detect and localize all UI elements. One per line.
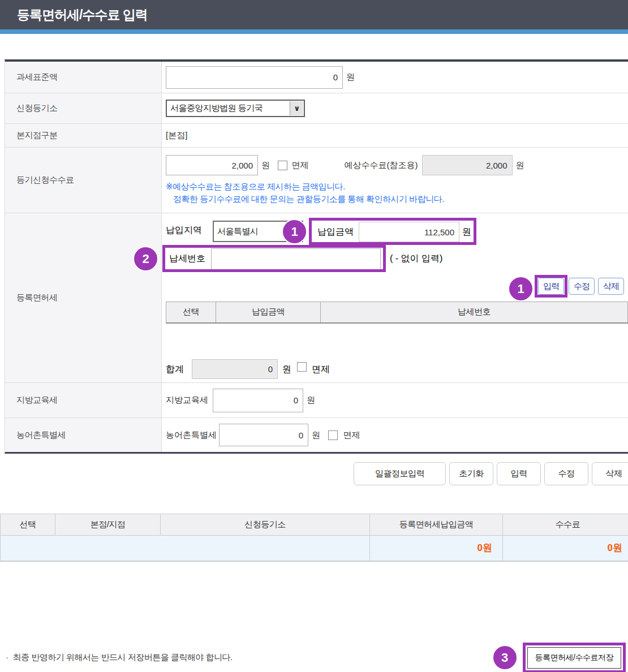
summary-data-row[interactable]: 0원 0원 [1,536,628,561]
education-tax-input[interactable] [213,389,303,412]
summary-col-select: 선택 [1,514,55,536]
bulk-input-button[interactable]: 일괄정보입력 [354,462,446,485]
save-group: 3 등록면허세/수수료저장 [492,643,626,672]
page-title-bar: 등록면허세/수수료 입력 [0,0,628,29]
save-button[interactable]: 등록면허세/수수료저장 [527,647,621,669]
tax-base-input[interactable] [166,66,343,89]
rural-tax-input[interactable] [219,424,308,446]
rural-tax-unit: 원 [312,430,320,441]
rural-tax-exempt-label: 면제 [343,430,360,441]
tax-fee-form: 과세표준액 원 신청등기소 서울중앙지방법원 등기국 ∨ 본지점구분 [본점] … [5,59,628,454]
application-fee-exempt-label: 면제 [292,160,309,171]
row-rural-tax: 농어촌특별세 농어촌특별세 원 면제 [5,418,628,452]
summary-header-row: 선택 본점/지점 신청등기소 등록면허세납입금액 수수료 [1,514,628,536]
application-fee-label: 등기신청수수료 [5,148,162,213]
step-badge-1b: 1 [508,276,534,301]
summary-table: 선택 본점/지점 신청등기소 등록면허세납입금액 수수료 0원 0원 [0,514,628,562]
license-delete-button[interactable]: 삭제 [598,278,624,295]
row-education-tax: 지방교육세 지방교육세 원 [5,383,628,418]
summary-empty-cell [1,536,370,561]
branch-type-value: [본점] [162,124,628,147]
summary-col-office: 신청등기소 [161,514,370,536]
application-fee-cell: 원 면제 예상수수료(참조용) 원 ※예상수수료는 참조용으로 제시하는 금액입… [162,148,628,213]
edit-button[interactable]: 수정 [544,462,588,485]
summary-col-license-amount: 등록면허세납입금액 [370,514,503,536]
application-fee-input[interactable] [166,155,258,175]
tax-base-value-cell: 원 [162,62,628,93]
education-tax-field-label: 지방교육세 [166,395,208,406]
tax-number-hint: ( - 없이 입력) [390,253,442,265]
license-col-select: 선택 [166,302,216,323]
rural-tax-exempt-checkbox[interactable] [328,430,338,440]
annotation-box-save: 등록면허세/수수료저장 [523,643,626,672]
note-text: 최종 반영하기 위해서는 반드시 저장버튼을 클릭해야 합니다. [13,652,233,662]
rural-tax-label: 농어촌특별세 [5,418,162,452]
summary-col-branch: 본점/지점 [55,514,161,536]
tax-number-label: 납세번호 [169,253,205,265]
license-input-button[interactable]: 입력 [538,278,564,295]
estimate-fee-unit: 원 [516,160,524,171]
footer: ·최종 반영하기 위해서는 반드시 저장버튼을 클릭해야 합니다. 3 등록면허… [0,643,628,672]
total-unit: 원 [282,364,291,376]
row-tax-base: 과세표준액 원 [5,62,628,93]
total-exempt-checkbox[interactable] [297,362,307,372]
education-tax-unit: 원 [307,395,315,406]
license-tax-table: 선택 납입금액 납세번호 [166,301,628,324]
row-registry-office: 신청등기소 서울중앙지방법원 등기국 ∨ [5,93,628,124]
total-label: 합계 [166,364,184,376]
application-fee-line: 원 면제 예상수수료(참조용) 원 [166,155,524,175]
license-col-amount: 납입금액 [216,302,321,323]
rural-tax-cell: 농어촌특별세 원 면제 [162,418,628,452]
license-col-taxno: 납세번호 [321,302,628,323]
registry-office-selected: 서울중앙지방법원 등기국 [170,103,263,114]
branch-type-label: 본지점구분 [5,124,162,147]
note-bullet: · [6,652,8,662]
registration-tax-fee-page: 등록면허세/수수료 입력 과세표준액 원 신청등기소 서울중앙지방법원 등기국 … [0,0,628,672]
tax-base-unit: 원 [346,72,355,83]
delete-button[interactable]: 삭제 [592,462,628,485]
pay-region-selected: 서울특별시 [217,226,259,237]
summary-col-fee: 수수료 [503,514,628,536]
input-button[interactable]: 입력 [497,462,541,485]
fee-note-2: 정확한 등기수수료에 대한 문의는 관할등기소를 통해 확인하시기 바랍니다. [166,193,444,205]
row-license-tax: 등록면허세 납입지역 서울특별시 ∨ 납입금액 원 1 2 납세번호 ( - 없… [5,213,628,383]
pay-region-label: 납입지역 [166,225,202,236]
tax-base-label: 과세표준액 [5,62,162,93]
pay-amount-label: 납입금액 [317,226,354,238]
summary-fee: 0원 [503,536,628,561]
summary-license-amount: 0원 [370,536,503,561]
tax-number-input[interactable] [211,248,381,270]
form-action-buttons: 일괄정보입력 초기화 입력 수정 삭제 [0,462,628,485]
step-badge-1: 1 [282,219,307,244]
step-badge-2: 2 [133,246,158,272]
chevron-down-icon: ∨ [290,101,303,115]
accent-divider [0,29,628,34]
license-tax-label: 등록면허세 [5,213,162,382]
application-fee-unit: 원 [261,160,270,171]
reset-button[interactable]: 초기화 [449,462,493,485]
education-tax-label: 지방교육세 [5,383,162,417]
total-exempt-label: 면제 [312,364,330,376]
estimate-fee-label: 예상수수료(참조용) [345,160,418,171]
total-input [192,359,278,379]
row-branch-type: 본지점구분 [본점] [5,124,628,148]
education-tax-cell: 지방교육세 원 [162,383,628,417]
row-application-fee: 등기신청수수료 원 면제 예상수수료(참조용) 원 ※예상수수료는 참조용으로 … [5,148,628,213]
estimate-fee-input [422,155,513,175]
page-title: 등록면허세/수수료 입력 [17,6,148,24]
save-note: ·최종 반영하기 위해서는 반드시 저장버튼을 클릭해야 합니다. [6,652,233,663]
registry-office-value-cell: 서울중앙지방법원 등기국 ∨ [162,93,628,123]
fee-note-1: ※예상수수료는 참조용으로 제시하는 금액입니다. [166,180,345,193]
license-edit-button[interactable]: 수정 [569,278,595,295]
registry-office-label: 신청등기소 [5,93,162,123]
pay-amount-input[interactable] [359,222,459,242]
application-fee-exempt-checkbox[interactable] [278,161,287,170]
registry-office-select[interactable]: 서울중앙지방법원 등기국 ∨ [166,100,305,117]
rural-tax-field-label: 농어촌특별세 [166,430,217,441]
step-badge-3: 3 [492,645,518,670]
pay-amount-unit: 원 [462,226,471,238]
